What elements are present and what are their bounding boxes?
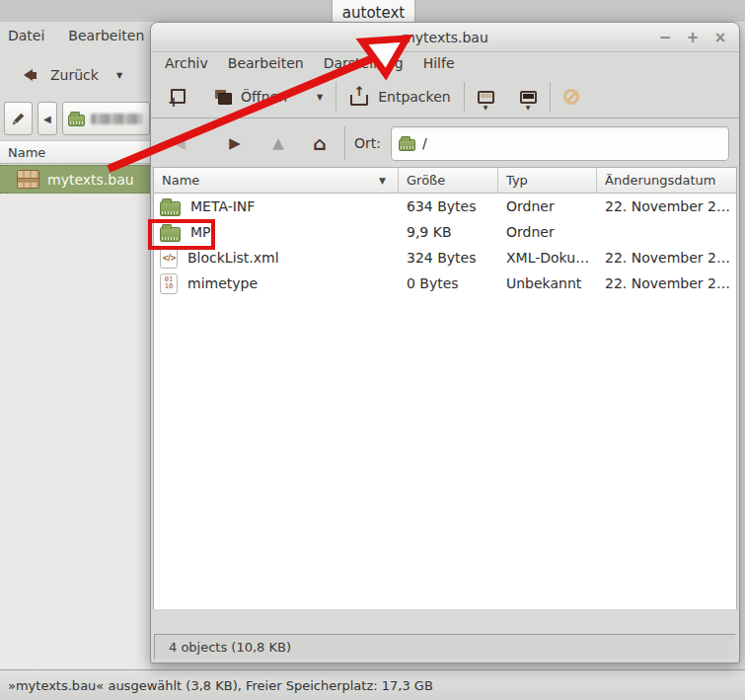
nav-up-button[interactable]: ▲ [265, 136, 291, 151]
breadcrumb-scroll-left-button[interactable]: ◀ [37, 102, 56, 135]
list-header: Name ▼ Größe Typ Änderungsdatum [154, 168, 736, 194]
binary-file-icon: 01 10 [160, 273, 178, 294]
file-manager-name-column-header[interactable]: Name [0, 140, 150, 164]
window-controls: − + × [656, 23, 729, 52]
screen: { "desktop": { "status_bar": "»mytexts.b… [0, 0, 745, 700]
extract-icon [349, 88, 369, 106]
archive-toolbar: Öffnen ▼ Entpacken [151, 76, 739, 118]
column-header-name[interactable]: Name ▼ [154, 168, 399, 193]
toolbar-separator [550, 82, 551, 112]
navbar-separator [344, 126, 345, 160]
pencil-icon [11, 112, 26, 126]
table-row-blocklist[interactable]: </> BlockList.xml 324 Bytes XML-Dokum… 2… [154, 245, 736, 271]
nav-back-button[interactable]: ◀ [167, 136, 192, 151]
maximize-button[interactable]: + [684, 29, 702, 46]
desktop-status-text: »mytexts.bau« ausgewählt (3,8 KB), Freie… [8, 678, 433, 693]
open-dropdown-button[interactable]: ▼ [309, 87, 331, 108]
open-archive-icon [215, 90, 232, 105]
extract-button-label: Entpacken [378, 89, 450, 105]
back-arrow-icon [18, 69, 33, 81]
selected-file-row[interactable]: mytexts.bau [0, 165, 150, 194]
breadcrumb-blurred-label [91, 114, 142, 124]
view-output-button[interactable] [512, 85, 545, 110]
toolbar-separator [464, 82, 465, 112]
table-row-meta-inf[interactable]: META-INF 634 Bytes Ordner 22. November 2… [154, 194, 736, 219]
archive-file-icon [17, 170, 39, 189]
menu-archiv[interactable]: Archiv [155, 52, 218, 76]
view-window-icon [478, 91, 494, 104]
location-input[interactable]: / [391, 126, 729, 161]
archive-navbar: ◀ ▶ ▲ ⌂ Ort: / [151, 119, 739, 167]
menu-hilfe[interactable]: Hilfe [413, 52, 465, 76]
open-archive-button[interactable]: Öffnen [207, 83, 295, 111]
selected-file-label: mytexts.bau [47, 172, 134, 188]
archive-status-text: 4 objects (10,8 KB) [169, 640, 291, 655]
edit-location-button[interactable] [4, 102, 33, 135]
sort-descending-icon: ▼ [379, 176, 386, 186]
new-archive-button[interactable] [161, 83, 193, 112]
chevron-down-icon: ▼ [317, 93, 323, 102]
table-row-mp[interactable]: MP 9,9 KB Ordner [154, 219, 736, 245]
new-archive-icon [169, 89, 186, 106]
nav-home-button[interactable]: ⌂ [307, 134, 333, 153]
breadcrumb-folder-button[interactable] [62, 102, 150, 135]
table-row-mimetype[interactable]: 01 10 mimetype 0 Bytes Unbekannt 22. Nov… [154, 271, 736, 296]
folder-icon [160, 227, 181, 242]
xml-file-icon: </> [160, 248, 178, 269]
back-button[interactable]: Zurück [50, 67, 99, 83]
back-history-dropdown[interactable]: ▼ [116, 71, 122, 80]
file-manager-pathbar: ◀ [0, 99, 150, 138]
archive-titlebar[interactable]: mytexts.bau − + × [151, 23, 739, 52]
archive-file-list: Name ▼ Größe Typ Änderungsdatum META-INF… [153, 167, 737, 609]
minimize-button[interactable]: − [656, 29, 674, 46]
stop-button[interactable] [556, 83, 587, 111]
archive-window-title: mytexts.bau [151, 30, 739, 45]
open-button-label: Öffnen [241, 89, 287, 105]
column-header-modified[interactable]: Änderungsdatum [597, 168, 736, 193]
autotext-title-label: autotext [342, 4, 405, 22]
name-column-label: Name [8, 145, 45, 160]
stop-icon [563, 89, 579, 105]
file-manager-list-area[interactable] [0, 194, 150, 669]
archive-menubar: Archiv Bearbeiten Darstellung Hilfe [151, 52, 465, 76]
location-label: Ort: [354, 135, 381, 151]
menu-bearbeiten[interactable]: Bearbeiten [218, 52, 314, 76]
location-path: / [422, 135, 427, 151]
column-header-size[interactable]: Größe [399, 168, 498, 193]
menu-darstellung[interactable]: Darstellung [314, 52, 413, 76]
archive-manager-window: mytexts.bau − + × Archiv Bearbeiten Dars… [150, 22, 740, 663]
nav-forward-button[interactable]: ▶ [222, 136, 248, 151]
view-archive-button[interactable] [470, 85, 502, 110]
extract-button[interactable]: Entpacken [341, 82, 458, 112]
close-button[interactable]: × [711, 29, 729, 46]
back-arrow-tail [33, 72, 37, 79]
menu-datei[interactable]: Datei [8, 28, 44, 49]
menu-bearbeiten[interactable]: Bearbeiten [68, 28, 144, 49]
view-window-dark-icon [520, 91, 537, 104]
folder-icon [399, 139, 415, 151]
toolbar-separator [335, 82, 336, 112]
desktop-statusbar: »mytexts.bau« ausgewählt (3,8 KB), Freie… [0, 669, 745, 700]
file-manager-toolbar: Zurück ▼ [0, 54, 150, 96]
archive-statusbar: 4 objects (10,8 KB) [154, 634, 736, 660]
folder-icon [68, 115, 85, 126]
column-header-type[interactable]: Typ [498, 168, 597, 193]
folder-icon [160, 201, 181, 216]
